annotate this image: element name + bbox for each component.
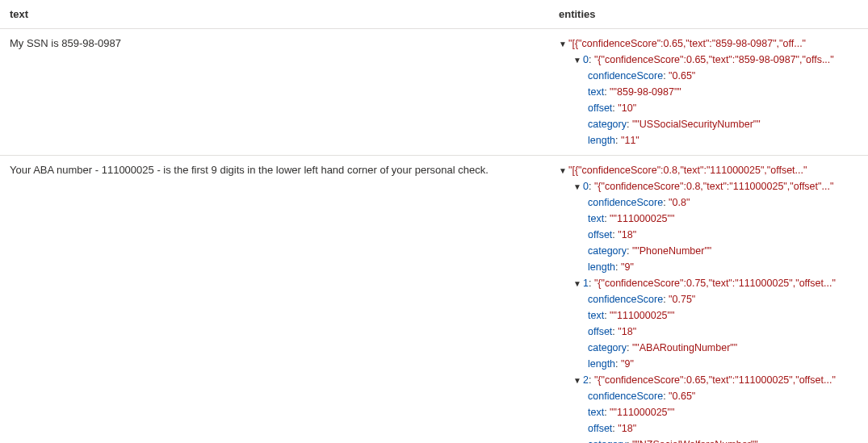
tree-item[interactable]: ▼0: "{"confidenceScore":0.65,"text":"859… xyxy=(559,52,858,68)
tree-key: confidenceScore xyxy=(588,70,663,81)
cell-text: Your ABA number - 111000025 - is the fir… xyxy=(0,156,549,444)
tree-value: "{"confidenceScore":0.75,"text":"1110000… xyxy=(594,278,836,289)
tree-key: category xyxy=(588,245,627,257)
tree-value: ""111000025"" xyxy=(610,213,674,224)
tree-item[interactable]: ▼0: "{"confidenceScore":0.8,"text":"1110… xyxy=(559,178,858,194)
tree-property: length: "11" xyxy=(559,132,858,148)
tree-key: confidenceScore xyxy=(588,294,663,305)
table-header-row: text entities xyxy=(0,0,868,29)
tree-value: "0.65" xyxy=(669,70,695,81)
tree-property: category: ""ABARoutingNumber"" xyxy=(559,340,858,356)
tree-key: 1 xyxy=(583,278,589,289)
tree-key: confidenceScore xyxy=(588,197,663,208)
tree-property: category: ""NZSocialWelfareNumber"" xyxy=(559,437,858,443)
tree-key: text xyxy=(588,213,604,224)
tree-value: ""PhoneNumber"" xyxy=(632,245,711,257)
tree-value: "0.65" xyxy=(669,391,695,402)
tree-property: offset: "10" xyxy=(559,100,858,116)
tree-key: category xyxy=(588,119,627,130)
tree-value: "[{"confidenceScore":0.65,"text":"859-98… xyxy=(568,38,806,49)
tree-value: "{"confidenceScore":0.65,"text":"859-98-… xyxy=(594,54,834,65)
tree-property: confidenceScore: "0.65" xyxy=(559,388,858,404)
tree-value: "0.8" xyxy=(669,197,690,208)
tree-property: category: ""USSocialSecurityNumber"" xyxy=(559,116,858,132)
caret-down-icon[interactable]: ▼ xyxy=(573,374,581,387)
tree-key: length xyxy=(588,358,615,370)
tree-key: offset xyxy=(588,423,612,434)
json-tree: ▼"[{"confidenceScore":0.8,"text":"111000… xyxy=(559,162,858,443)
tree-key: length xyxy=(588,135,615,146)
tree-key: 2 xyxy=(583,374,589,386)
tree-property: offset: "18" xyxy=(559,324,858,340)
tree-key: text xyxy=(588,310,604,321)
tree-value: "18" xyxy=(618,229,636,240)
tree-item[interactable]: ▼1: "{"confidenceScore":0.75,"text":"111… xyxy=(559,275,858,291)
tree-property: text: ""859-98-0987"" xyxy=(559,84,858,100)
tree-root[interactable]: ▼"[{"confidenceScore":0.8,"text":"111000… xyxy=(559,162,858,178)
tree-item[interactable]: ▼2: "{"confidenceScore":0.65,"text":"111… xyxy=(559,372,858,388)
caret-down-icon[interactable]: ▼ xyxy=(573,54,581,67)
column-header-entities[interactable]: entities xyxy=(549,0,868,29)
tree-property: text: ""111000025"" xyxy=(559,404,858,420)
caret-down-icon[interactable]: ▼ xyxy=(559,165,567,178)
tree-value: ""111000025"" xyxy=(610,310,674,321)
tree-property: category: ""PhoneNumber"" xyxy=(559,243,858,259)
tree-key: 0 xyxy=(583,54,589,65)
tree-property: confidenceScore: "0.8" xyxy=(559,194,858,211)
tree-value: "{"confidenceScore":0.8,"text":"11100002… xyxy=(594,181,833,192)
json-tree: ▼"[{"confidenceScore":0.65,"text":"859-9… xyxy=(559,36,858,148)
tree-root[interactable]: ▼"[{"confidenceScore":0.65,"text":"859-9… xyxy=(559,36,858,52)
column-header-text[interactable]: text xyxy=(0,0,549,29)
tree-property: length: "9" xyxy=(559,356,858,372)
cell-entities: ▼"[{"confidenceScore":0.8,"text":"111000… xyxy=(549,156,868,444)
tree-key: length xyxy=(588,261,615,273)
tree-property: confidenceScore: "0.75" xyxy=(559,291,858,307)
tree-key: 0 xyxy=(583,181,589,192)
tree-value: "18" xyxy=(618,326,636,337)
results-table: text entities My SSN is 859-98-0987▼"[{"… xyxy=(0,0,868,443)
caret-down-icon[interactable]: ▼ xyxy=(559,38,567,51)
tree-key: category xyxy=(588,439,627,443)
tree-value: ""NZSocialWelfareNumber"" xyxy=(632,439,758,443)
tree-property: offset: "18" xyxy=(559,227,858,243)
cell-text: My SSN is 859-98-0987 xyxy=(0,29,549,156)
tree-key: offset xyxy=(588,326,612,337)
tree-value: "[{"confidenceScore":0.8,"text":"1110000… xyxy=(568,165,807,176)
tree-value: "0.75" xyxy=(669,294,695,305)
tree-key: offset xyxy=(588,102,612,114)
table-row: My SSN is 859-98-0987▼"[{"confidenceScor… xyxy=(0,29,868,156)
tree-value: "10" xyxy=(618,102,636,114)
tree-value: "9" xyxy=(621,358,634,370)
caret-down-icon[interactable]: ▼ xyxy=(573,278,581,290)
cell-entities: ▼"[{"confidenceScore":0.65,"text":"859-9… xyxy=(549,29,868,156)
tree-value: "{"confidenceScore":0.65,"text":"1110000… xyxy=(594,374,836,386)
tree-value: ""859-98-0987"" xyxy=(610,86,681,98)
tree-value: ""111000025"" xyxy=(610,407,674,418)
tree-value: "9" xyxy=(621,261,634,273)
tree-value: ""ABARoutingNumber"" xyxy=(632,342,737,353)
tree-key: offset xyxy=(588,229,612,240)
tree-property: length: "9" xyxy=(559,259,858,275)
tree-value: "18" xyxy=(618,423,636,434)
tree-key: text xyxy=(588,407,604,418)
tree-value: "11" xyxy=(621,135,639,146)
tree-property: text: ""111000025"" xyxy=(559,307,858,324)
caret-down-icon[interactable]: ▼ xyxy=(573,181,581,194)
tree-property: offset: "18" xyxy=(559,420,858,437)
tree-key: category xyxy=(588,342,627,353)
tree-key: confidenceScore xyxy=(588,391,663,402)
table-row: Your ABA number - 111000025 - is the fir… xyxy=(0,156,868,444)
tree-property: confidenceScore: "0.65" xyxy=(559,68,858,84)
tree-value: ""USSocialSecurityNumber"" xyxy=(632,119,761,130)
tree-property: text: ""111000025"" xyxy=(559,211,858,227)
tree-key: text xyxy=(588,86,604,98)
